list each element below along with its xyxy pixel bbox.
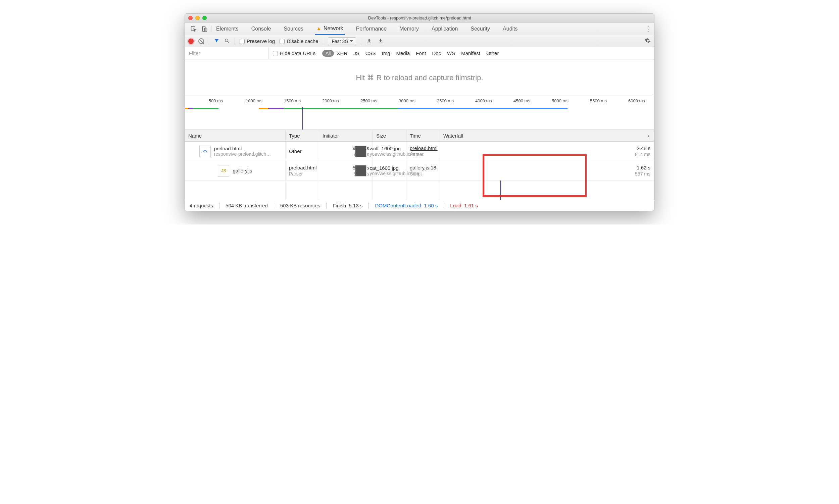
column-header-size[interactable]: Size xyxy=(373,130,406,142)
initiator-link[interactable]: preload.html xyxy=(410,145,436,151)
download-har-icon[interactable] xyxy=(377,38,384,44)
request-name: preload.html xyxy=(214,146,271,151)
settings-icon[interactable] xyxy=(645,38,651,44)
zoom-window-button[interactable] xyxy=(202,16,207,20)
request-name: gallery.js xyxy=(233,168,252,174)
window-title: DevTools - responsive-preload.glitch.me/… xyxy=(185,15,654,20)
img-file-icon xyxy=(355,165,367,177)
column-header-name[interactable]: Name xyxy=(185,130,286,142)
svg-rect-4 xyxy=(367,42,371,43)
timeline-bars xyxy=(185,108,654,110)
tab-performance[interactable]: Performance xyxy=(355,23,388,34)
tab-memory[interactable]: Memory xyxy=(398,23,420,34)
tab-console[interactable]: Console xyxy=(250,23,272,34)
filter-type-media[interactable]: Media xyxy=(396,50,410,56)
filter-type-xhr[interactable]: XHR xyxy=(337,50,347,56)
titlebar: DevTools - responsive-preload.glitch.me/… xyxy=(185,14,654,22)
initiator-link[interactable]: gallery.js:18 xyxy=(410,165,436,170)
filter-type-manifest[interactable]: Manifest xyxy=(461,50,480,56)
tab-application[interactable]: Application xyxy=(430,23,459,34)
filter-type-other[interactable]: Other xyxy=(486,50,499,56)
filter-type-img[interactable]: Img xyxy=(381,50,390,56)
status-finish: Finish: 5.13 s xyxy=(333,203,362,209)
more-options-icon[interactable]: ⋮ xyxy=(645,22,652,35)
column-header-initiator[interactable]: Initiator xyxy=(319,130,373,142)
svg-rect-2 xyxy=(204,28,207,31)
column-header-type[interactable]: Type xyxy=(286,130,319,142)
upload-har-icon[interactable] xyxy=(366,38,373,44)
filter-type-font[interactable]: Font xyxy=(416,50,426,56)
tab-sources[interactable]: Sources xyxy=(282,23,305,34)
status-transferred: 504 KB transferred xyxy=(226,203,268,209)
timeline-overview[interactable]: 500 ms1000 ms1500 ms2000 ms2500 ms3000 m… xyxy=(185,96,654,130)
filter-bar: Hide data URLs All XHRJSCSSImgMediaFontD… xyxy=(185,47,654,59)
throttling-select[interactable]: Fast 3G xyxy=(328,37,356,45)
clear-button[interactable] xyxy=(198,38,204,44)
js-file-icon: JS xyxy=(218,165,229,177)
search-icon[interactable] xyxy=(224,38,230,44)
initiator-link[interactable]: preload.html xyxy=(289,165,316,170)
record-button[interactable] xyxy=(188,39,194,44)
column-header-time[interactable]: Time xyxy=(406,130,440,142)
hide-data-urls-checkbox[interactable]: Hide data URLs xyxy=(273,50,316,56)
filter-type-js[interactable]: JS xyxy=(353,50,359,56)
devtools-window: DevTools - responsive-preload.glitch.me/… xyxy=(184,14,655,211)
svg-rect-1 xyxy=(202,26,205,31)
inspect-element-icon[interactable] xyxy=(190,25,197,32)
svg-point-3 xyxy=(225,39,228,42)
status-requests: 4 requests xyxy=(190,203,213,209)
minimize-window-button[interactable] xyxy=(195,16,200,20)
html-file-icon: <> xyxy=(199,146,211,157)
disable-cache-checkbox[interactable]: Disable cache xyxy=(280,38,318,44)
filter-input[interactable] xyxy=(185,47,269,59)
filter-icon[interactable] xyxy=(214,38,219,44)
img-file-icon xyxy=(355,146,367,157)
status-dcl: DOMContentLoaded: 1.60 s xyxy=(375,203,438,209)
filmstrip-hint: Hit ⌘ R to reload and capture filmstrip. xyxy=(185,59,654,96)
filter-all-pill[interactable]: All xyxy=(322,50,334,57)
status-resources: 503 KB resources xyxy=(280,203,320,209)
panel-tabs-bar: ElementsConsoleSources▲NetworkPerformanc… xyxy=(185,22,654,35)
filter-type-ws[interactable]: WS xyxy=(447,50,455,56)
timeline-cursor[interactable] xyxy=(302,107,303,129)
warning-icon: ▲ xyxy=(316,25,322,32)
close-window-button[interactable] xyxy=(188,16,193,20)
network-toolbar: Preserve log Disable cache Fast 3G xyxy=(185,35,654,47)
column-header-waterfall[interactable]: Waterfall▲ xyxy=(440,130,654,142)
svg-rect-5 xyxy=(378,42,382,43)
window-controls xyxy=(188,16,207,20)
device-toolbar-icon[interactable] xyxy=(201,25,208,32)
tab-security[interactable]: Security xyxy=(469,23,491,34)
sort-caret-icon: ▲ xyxy=(647,134,650,138)
tab-audits[interactable]: Audits xyxy=(501,23,519,34)
filter-type-doc[interactable]: Doc xyxy=(432,50,441,56)
requests-table: NameTypeInitiatorSizeTimeWaterfall▲<>pre… xyxy=(185,130,654,200)
tab-elements[interactable]: Elements xyxy=(215,23,240,34)
filter-type-css[interactable]: CSS xyxy=(365,50,376,56)
status-load: Load: 1.61 s xyxy=(450,203,478,209)
initiator-link: Other xyxy=(289,148,316,154)
status-bar: 4 requests 504 KB transferred 503 KB res… xyxy=(185,200,654,211)
preserve-log-checkbox[interactable]: Preserve log xyxy=(239,38,275,44)
tab-network[interactable]: ▲Network xyxy=(315,23,345,35)
